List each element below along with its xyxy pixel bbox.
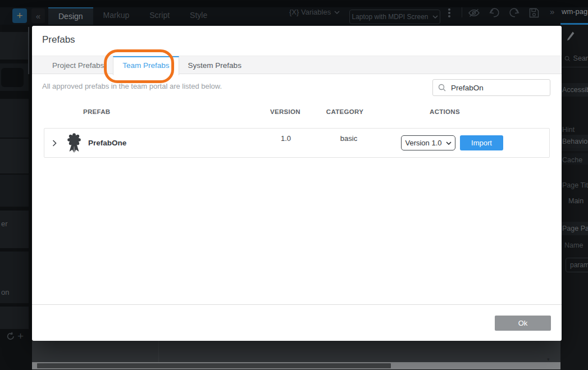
col-header-actions: ACTIONS: [430, 108, 460, 115]
tab-project-prefabs[interactable]: Project Prefabs: [43, 56, 113, 75]
tab-markup[interactable]: Markup: [93, 7, 140, 24]
variables-label: {X} Variables: [289, 0, 331, 25]
design-canvas: [32, 341, 560, 362]
palette-block: [0, 32, 29, 60]
section-page-params[interactable]: Page Pa: [560, 222, 588, 235]
section-accessibility[interactable]: Accessib: [560, 83, 588, 97]
top-toolbar: + « Design Markup Script Style {X} Varia…: [0, 0, 588, 25]
palette-block[interactable]: on: [0, 252, 29, 303]
section-behavior[interactable]: Behavior: [560, 135, 588, 148]
refresh-icon[interactable]: [6, 332, 15, 341]
col-header-prefab: PREFAB: [83, 108, 110, 115]
properties-search[interactable]: Sear: [560, 50, 588, 67]
search-icon: [564, 55, 571, 62]
properties-panel: Sear Accessib Hint Behavior Cache Page T…: [560, 25, 588, 370]
file-tab-wm-page[interactable]: wm-pag: [562, 0, 587, 23]
prefabs-dialog: Prefabs Project Prefabs Team Prefabs Sys…: [32, 26, 562, 341]
palette-item-label: er: [1, 220, 8, 228]
chevron-down-icon: [432, 15, 438, 19]
expand-panel-button[interactable]: »: [546, 6, 558, 17]
prefab-badge-icon: [67, 133, 81, 155]
palette-item-label: on: [1, 288, 9, 296]
toolbar-divider: [462, 7, 462, 17]
tab-team-prefabs[interactable]: Team Prefabs: [113, 56, 179, 75]
palette-search-box[interactable]: [1, 68, 24, 87]
save-icon[interactable]: [528, 7, 540, 19]
prefab-search-box: [432, 79, 550, 96]
palette-block[interactable]: [0, 139, 29, 173]
add-page-button[interactable]: +: [12, 8, 27, 23]
horizontal-scrollbar-thumb[interactable]: [37, 363, 391, 368]
version-select-value: Version 1.0: [405, 139, 441, 147]
collapse-panel-button[interactable]: «: [31, 8, 45, 23]
prefab-version: 1.0: [281, 134, 291, 143]
redo-icon[interactable]: [508, 8, 521, 18]
app-root: + « Design Markup Script Style {X} Varia…: [0, 0, 588, 370]
properties-search-label: Sear: [573, 54, 588, 62]
tab-design[interactable]: Design: [48, 7, 93, 25]
chevron-down-icon: [446, 141, 452, 145]
prefab-table-row[interactable]: PrefabOne 1.0 basic Version 1.0 Import: [44, 128, 550, 158]
tab-system-prefabs[interactable]: System Prefabs: [179, 56, 250, 75]
param-name-input[interactable]: [566, 258, 588, 272]
palette-block[interactable]: er: [0, 211, 29, 248]
prefab-name: PrefabOne: [88, 139, 126, 147]
version-select[interactable]: Version 1.0: [401, 135, 455, 150]
canvas-grid-line: [158, 341, 159, 362]
device-selector-value: Laptop with MDPI Screen: [352, 13, 428, 21]
left-panel-scrollbar[interactable]: [28, 27, 29, 74]
add-widget-icon[interactable]: +: [17, 330, 24, 342]
prop-page-title-value[interactable]: Main: [568, 197, 588, 205]
ok-button[interactable]: Ok: [495, 316, 551, 331]
search-icon: [438, 84, 446, 92]
col-header-category: CATEGORY: [326, 108, 363, 115]
palette-block[interactable]: [0, 99, 29, 138]
prefab-tabs: Project Prefabs Team Prefabs System Pref…: [32, 56, 562, 74]
prop-hint: Hint: [562, 126, 588, 134]
scroll-down-arrow-icon[interactable]: ▾: [547, 357, 550, 362]
device-selector[interactable]: Laptop with MDPI Screen: [349, 10, 440, 24]
horizontal-scrollbar[interactable]: [32, 362, 560, 369]
prop-cache: Cache: [562, 156, 588, 164]
edit-pencil-icon[interactable]: [567, 31, 575, 43]
more-vertical-icon[interactable]: [448, 8, 451, 18]
col-header-version: VERSION: [270, 108, 300, 115]
editor-mode-tabs: Design Markup Script Style: [48, 7, 217, 25]
preview-off-icon[interactable]: [468, 8, 480, 17]
prefab-search-input[interactable]: [450, 83, 550, 93]
palette-block[interactable]: [0, 307, 29, 329]
prefab-category: basic: [340, 134, 357, 143]
tab-style[interactable]: Style: [180, 7, 217, 24]
footer-divider: [32, 304, 562, 305]
expand-chevron-icon[interactable]: [52, 140, 57, 148]
variables-dropdown[interactable]: {X} Variables: [289, 0, 340, 25]
tab-script[interactable]: Script: [139, 7, 180, 24]
import-button[interactable]: Import: [460, 135, 503, 150]
undo-icon[interactable]: [488, 8, 500, 18]
palette-block[interactable]: [0, 175, 29, 207]
palette-block: [0, 63, 29, 91]
prop-name: Name: [564, 241, 588, 249]
dialog-title: Prefabs: [42, 34, 75, 45]
chevron-down-icon: [334, 11, 340, 14]
dialog-description: All approved prefabs in the team portal …: [42, 82, 222, 90]
prop-page-title: Page Title: [562, 181, 588, 189]
